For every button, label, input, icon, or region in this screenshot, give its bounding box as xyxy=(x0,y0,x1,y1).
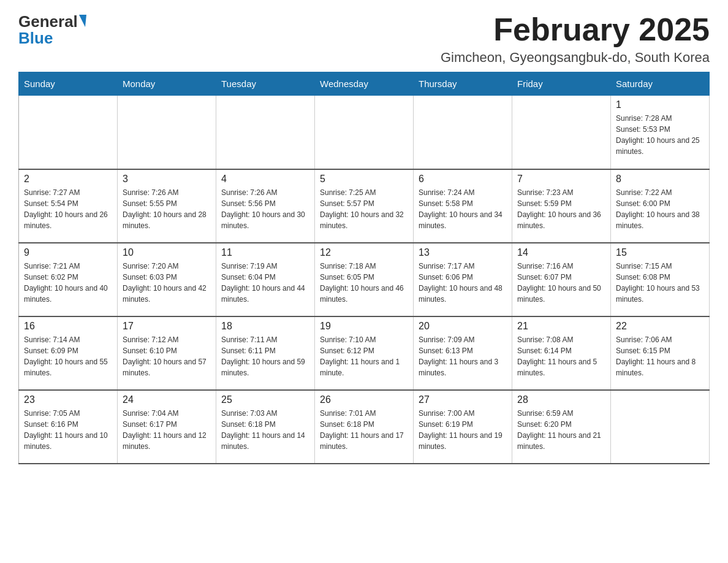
day-number: 9 xyxy=(24,247,112,258)
day-number: 14 xyxy=(517,247,605,258)
calendar-cell: 22Sunrise: 7:06 AMSunset: 6:15 PMDayligh… xyxy=(611,316,710,390)
day-info: Sunrise: 7:28 AMSunset: 5:53 PMDaylight:… xyxy=(616,113,704,157)
day-info: Sunrise: 7:23 AMSunset: 5:59 PMDaylight:… xyxy=(517,187,605,231)
day-info: Sunrise: 7:24 AMSunset: 5:58 PMDaylight:… xyxy=(419,187,507,231)
calendar-cell xyxy=(118,96,216,169)
day-of-week-header: Saturday xyxy=(611,72,710,96)
calendar-cell: 15Sunrise: 7:15 AMSunset: 6:08 PMDayligh… xyxy=(611,243,710,316)
day-number: 21 xyxy=(517,321,605,332)
calendar-cell xyxy=(611,390,710,464)
day-info: Sunrise: 7:06 AMSunset: 6:15 PMDaylight:… xyxy=(616,334,704,378)
calendar-cell: 2Sunrise: 7:27 AMSunset: 5:54 PMDaylight… xyxy=(19,169,118,243)
day-of-week-header: Tuesday xyxy=(216,72,315,96)
calendar-cell: 1Sunrise: 7:28 AMSunset: 5:53 PMDaylight… xyxy=(611,96,710,169)
day-number: 11 xyxy=(221,247,309,258)
calendar-cell: 23Sunrise: 7:05 AMSunset: 6:16 PMDayligh… xyxy=(19,390,118,464)
day-info: Sunrise: 7:05 AMSunset: 6:16 PMDaylight:… xyxy=(24,408,112,452)
calendar-cell: 5Sunrise: 7:25 AMSunset: 5:57 PMDaylight… xyxy=(315,169,414,243)
day-number: 16 xyxy=(24,321,112,332)
day-number: 13 xyxy=(419,247,507,258)
day-number: 23 xyxy=(24,394,112,405)
day-number: 25 xyxy=(221,394,309,405)
day-number: 2 xyxy=(24,174,112,185)
logo-arrow-icon xyxy=(79,15,86,27)
day-info: Sunrise: 7:20 AMSunset: 6:03 PMDaylight:… xyxy=(123,261,211,305)
calendar-week-row: 16Sunrise: 7:14 AMSunset: 6:09 PMDayligh… xyxy=(19,316,710,390)
calendar-week-row: 2Sunrise: 7:27 AMSunset: 5:54 PMDaylight… xyxy=(19,169,710,243)
title-section: February 2025 Gimcheon, Gyeongsangbuk-do… xyxy=(441,12,710,66)
day-info: Sunrise: 7:04 AMSunset: 6:17 PMDaylight:… xyxy=(123,408,211,452)
day-of-week-header: Thursday xyxy=(414,72,512,96)
day-number: 15 xyxy=(616,247,704,258)
calendar-header: SundayMondayTuesdayWednesdayThursdayFrid… xyxy=(19,72,710,96)
calendar-cell: 24Sunrise: 7:04 AMSunset: 6:17 PMDayligh… xyxy=(118,390,216,464)
day-number: 5 xyxy=(320,174,408,185)
calendar-cell: 9Sunrise: 7:21 AMSunset: 6:02 PMDaylight… xyxy=(19,243,118,316)
day-info: Sunrise: 7:11 AMSunset: 6:11 PMDaylight:… xyxy=(221,334,309,378)
day-info: Sunrise: 7:17 AMSunset: 6:06 PMDaylight:… xyxy=(419,261,507,305)
day-info: Sunrise: 7:14 AMSunset: 6:09 PMDaylight:… xyxy=(24,334,112,378)
calendar-cell: 14Sunrise: 7:16 AMSunset: 6:07 PMDayligh… xyxy=(512,243,611,316)
day-number: 4 xyxy=(221,174,309,185)
calendar-week-row: 9Sunrise: 7:21 AMSunset: 6:02 PMDaylight… xyxy=(19,243,710,316)
days-of-week-row: SundayMondayTuesdayWednesdayThursdayFrid… xyxy=(19,72,710,96)
calendar-cell: 19Sunrise: 7:10 AMSunset: 6:12 PMDayligh… xyxy=(315,316,414,390)
day-info: Sunrise: 7:01 AMSunset: 6:18 PMDaylight:… xyxy=(320,408,408,452)
calendar-week-row: 23Sunrise: 7:05 AMSunset: 6:16 PMDayligh… xyxy=(19,390,710,464)
calendar-cell: 11Sunrise: 7:19 AMSunset: 6:04 PMDayligh… xyxy=(216,243,315,316)
day-number: 27 xyxy=(419,394,507,405)
day-number: 17 xyxy=(123,321,211,332)
day-info: Sunrise: 7:19 AMSunset: 6:04 PMDaylight:… xyxy=(221,261,309,305)
day-info: Sunrise: 7:21 AMSunset: 6:02 PMDaylight:… xyxy=(24,261,112,305)
day-info: Sunrise: 7:12 AMSunset: 6:10 PMDaylight:… xyxy=(123,334,211,378)
calendar-cell: 12Sunrise: 7:18 AMSunset: 6:05 PMDayligh… xyxy=(315,243,414,316)
calendar-cell: 6Sunrise: 7:24 AMSunset: 5:58 PMDaylight… xyxy=(414,169,512,243)
day-info: Sunrise: 7:27 AMSunset: 5:54 PMDaylight:… xyxy=(24,187,112,231)
day-number: 8 xyxy=(616,174,704,185)
day-number: 28 xyxy=(517,394,605,405)
day-info: Sunrise: 7:03 AMSunset: 6:18 PMDaylight:… xyxy=(221,408,309,452)
day-info: Sunrise: 7:26 AMSunset: 5:56 PMDaylight:… xyxy=(221,187,309,231)
day-number: 26 xyxy=(320,394,408,405)
day-number: 22 xyxy=(616,321,704,332)
calendar-cell: 26Sunrise: 7:01 AMSunset: 6:18 PMDayligh… xyxy=(315,390,414,464)
calendar-table: SundayMondayTuesdayWednesdayThursdayFrid… xyxy=(18,72,710,464)
day-number: 7 xyxy=(517,174,605,185)
calendar-cell: 18Sunrise: 7:11 AMSunset: 6:11 PMDayligh… xyxy=(216,316,315,390)
calendar-cell: 4Sunrise: 7:26 AMSunset: 5:56 PMDaylight… xyxy=(216,169,315,243)
day-of-week-header: Wednesday xyxy=(315,72,414,96)
calendar-cell: 13Sunrise: 7:17 AMSunset: 6:06 PMDayligh… xyxy=(414,243,512,316)
day-number: 6 xyxy=(419,174,507,185)
calendar-cell: 8Sunrise: 7:22 AMSunset: 6:00 PMDaylight… xyxy=(611,169,710,243)
calendar-cell: 7Sunrise: 7:23 AMSunset: 5:59 PMDaylight… xyxy=(512,169,611,243)
day-number: 18 xyxy=(221,321,309,332)
calendar-subtitle: Gimcheon, Gyeongsangbuk-do, South Korea xyxy=(441,50,710,66)
day-number: 20 xyxy=(419,321,507,332)
logo-blue-text: Blue xyxy=(18,29,53,48)
day-number: 19 xyxy=(320,321,408,332)
day-info: Sunrise: 6:59 AMSunset: 6:20 PMDaylight:… xyxy=(517,408,605,452)
calendar-cell: 25Sunrise: 7:03 AMSunset: 6:18 PMDayligh… xyxy=(216,390,315,464)
day-info: Sunrise: 7:18 AMSunset: 6:05 PMDaylight:… xyxy=(320,261,408,305)
day-number: 10 xyxy=(123,247,211,258)
day-number: 12 xyxy=(320,247,408,258)
calendar-cell: 20Sunrise: 7:09 AMSunset: 6:13 PMDayligh… xyxy=(414,316,512,390)
day-number: 3 xyxy=(123,174,211,185)
day-info: Sunrise: 7:08 AMSunset: 6:14 PMDaylight:… xyxy=(517,334,605,378)
day-info: Sunrise: 7:26 AMSunset: 5:55 PMDaylight:… xyxy=(123,187,211,231)
calendar-week-row: 1Sunrise: 7:28 AMSunset: 5:53 PMDaylight… xyxy=(19,96,710,169)
calendar-cell: 21Sunrise: 7:08 AMSunset: 6:14 PMDayligh… xyxy=(512,316,611,390)
day-number: 24 xyxy=(123,394,211,405)
day-info: Sunrise: 7:09 AMSunset: 6:13 PMDaylight:… xyxy=(419,334,507,378)
day-info: Sunrise: 7:25 AMSunset: 5:57 PMDaylight:… xyxy=(320,187,408,231)
calendar-title: February 2025 xyxy=(441,12,710,47)
calendar-cell xyxy=(512,96,611,169)
calendar-cell xyxy=(315,96,414,169)
calendar-cell: 16Sunrise: 7:14 AMSunset: 6:09 PMDayligh… xyxy=(19,316,118,390)
calendar-cell xyxy=(19,96,118,169)
calendar-cell: 10Sunrise: 7:20 AMSunset: 6:03 PMDayligh… xyxy=(118,243,216,316)
day-info: Sunrise: 7:00 AMSunset: 6:19 PMDaylight:… xyxy=(419,408,507,452)
day-info: Sunrise: 7:15 AMSunset: 6:08 PMDaylight:… xyxy=(616,261,704,305)
calendar-cell: 3Sunrise: 7:26 AMSunset: 5:55 PMDaylight… xyxy=(118,169,216,243)
calendar-cell xyxy=(414,96,512,169)
